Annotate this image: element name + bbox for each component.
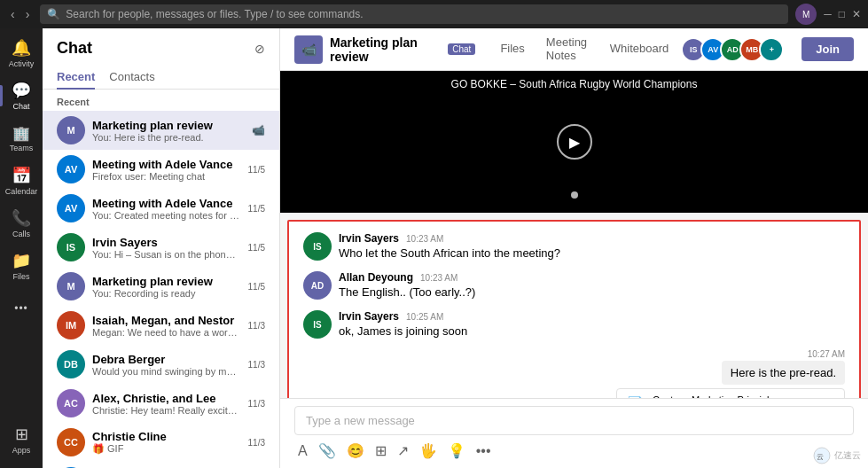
chat-preview: Firefox user: Meeting chat	[92, 171, 241, 182]
chat-date: 11/3	[248, 360, 265, 370]
msg-time: 10:27 AM	[808, 349, 845, 359]
attach-button[interactable]: 📎	[317, 441, 338, 461]
avatar: M	[57, 272, 85, 300]
chat-item-alex[interactable]: AC Alex, Christie, and Lee Christie: Hey…	[43, 384, 279, 423]
filter-icon[interactable]: ⊘	[254, 42, 265, 56]
chat-preview: You: Here is the pre-read.	[92, 132, 245, 143]
sidebar-title: Chat	[57, 39, 247, 58]
calls-icon: 📞	[12, 208, 31, 228]
chat-name: Marketing plan review	[92, 119, 245, 132]
input-placeholder: Type a new message	[306, 414, 415, 427]
chat-item-christie[interactable]: CC Christie Cline 🎁 GIF 11/3	[43, 423, 279, 462]
chat-info: Christie Cline 🎁 GIF	[92, 430, 241, 455]
close-icon[interactable]: ✕	[852, 8, 861, 20]
search-placeholder: Search for people, messages or files. Ty…	[66, 8, 363, 20]
message: IS Irvin Sayers 10:23 AM Who let the Sou…	[303, 232, 845, 261]
format-button[interactable]: A	[296, 441, 309, 461]
giphy-button[interactable]: ⊞	[373, 441, 388, 461]
svg-text:云: 云	[817, 453, 824, 461]
tab-contacts[interactable]: Contacts	[109, 65, 154, 89]
apps-label: Apps	[12, 446, 31, 455]
tab-meeting-notes[interactable]: Meeting Notes	[536, 28, 599, 71]
avatar: AV	[57, 194, 85, 222]
chat-date: 11/3	[248, 399, 265, 409]
chat-item-irvin1[interactable]: IS Irvin Sayers You: Hi – Susan is on th…	[43, 228, 279, 267]
chat-meta: 11/3	[248, 438, 265, 448]
share-button[interactable]: ↗	[395, 441, 411, 461]
back-button[interactable]: ‹	[7, 5, 19, 23]
more-icon: •••	[14, 302, 28, 315]
chat-item-debra[interactable]: DB Debra Berger Would you mind swinging …	[43, 345, 279, 384]
chat-item-isaiah[interactable]: IM Isaiah, Megan, and Nestor Megan: We n…	[43, 306, 279, 345]
avatar: IS	[303, 232, 332, 261]
chat-preview: You: Created meeting notes for this meet…	[92, 210, 241, 221]
more-options-button[interactable]: •••	[474, 441, 493, 461]
teams-label: Teams	[10, 144, 34, 152]
raise-hand-button[interactable]: 🖐	[418, 441, 439, 461]
sidebar-item-calendar[interactable]: 📅 Calendar	[0, 160, 43, 202]
msg-bubble-text: Here is the pre-read.	[731, 366, 836, 379]
chat-item-marketing-plan[interactable]: M Marketing plan review You: Here is the…	[43, 111, 279, 150]
avatar: M	[57, 116, 85, 144]
avatar: AV	[57, 155, 85, 183]
minimize-icon[interactable]: ─	[824, 8, 832, 20]
message-input[interactable]: Type a new message	[294, 406, 854, 435]
input-area: Type a new message A 📎 😊 ⊞ ↗ 🖐 💡 •••	[280, 398, 868, 468]
chat-item-adele1[interactable]: AV Meeting with Adele Vance Firefox user…	[43, 150, 279, 189]
meeting-title: Marketing plan review	[330, 35, 441, 64]
chat-meta: 11/5	[248, 165, 265, 175]
sidebar-item-more[interactable]: •••	[0, 287, 43, 330]
header-avatars: IS AV AD MB +	[686, 37, 784, 62]
tab-whiteboard[interactable]: Whiteboard	[599, 28, 679, 71]
chat-preview: You: Hi – Susan is on the phone. Needs t…	[92, 249, 241, 260]
msg-content: Allan Deyoung 10:23 AM The English.. (To…	[339, 271, 845, 299]
sidebar-item-activity[interactable]: 🔔 Activity	[0, 32, 43, 74]
join-button[interactable]: Join	[802, 37, 854, 61]
forward-button[interactable]: ›	[22, 5, 34, 23]
sidebar-tabs: Recent Contacts	[43, 65, 279, 90]
chat-date: 11/5	[248, 282, 265, 292]
chat-item-adele2[interactable]: AV Meeting with Adele Vance You: Created…	[43, 189, 279, 228]
tab-files[interactable]: Files	[489, 28, 535, 71]
tab-recent[interactable]: Recent	[57, 65, 95, 89]
chat-info: Marketing plan review You: Here is the p…	[92, 119, 245, 143]
msg-header: Irvin Sayers 10:23 AM	[339, 232, 845, 245]
recent-label: Recent	[43, 90, 279, 111]
loop-button[interactable]: 💡	[446, 441, 467, 461]
sidebar-item-chat[interactable]: 💬 Chat	[0, 74, 43, 117]
chat-item-marketing2[interactable]: M Marketing plan review You: Recording i…	[43, 267, 279, 306]
calls-label: Calls	[12, 230, 30, 238]
play-button[interactable]: ▶	[557, 124, 592, 160]
header-tabs: Files Meeting Notes Whiteboard	[489, 28, 679, 71]
messages-section: IS Irvin Sayers 10:23 AM Who let the Sou…	[287, 220, 861, 398]
msg-header: Allan Deyoung 10:23 AM	[339, 271, 845, 284]
chat-date: 11/5	[248, 243, 265, 253]
sidebar-item-files[interactable]: 📁 Files	[0, 245, 43, 287]
sidebar-item-teams[interactable]: 🏢 Teams	[0, 117, 43, 160]
search-bar[interactable]: 🔍 Search for people, messages or files. …	[40, 4, 788, 24]
chat-label: Chat	[12, 102, 29, 111]
chat-preview: Megan: We need to have a working session…	[92, 327, 241, 338]
msg-bubble: Here is the pre-read.	[722, 361, 845, 385]
msg-header: Irvin Sayers 10:25 AM	[339, 310, 845, 323]
msg-text: ok, James is joining soon	[339, 324, 845, 338]
nav-controls[interactable]: ‹ ›	[7, 5, 33, 23]
sidebar-item-apps[interactable]: ⊞ Apps	[0, 418, 43, 461]
attachment[interactable]: 📄 Contoso Marketing Principles.p... pers…	[616, 388, 845, 398]
message: IS Irvin Sayers 10:25 AM ok, James is jo…	[303, 310, 845, 339]
maximize-icon[interactable]: □	[839, 8, 845, 20]
sidebar-item-calls[interactable]: 📞 Calls	[0, 202, 43, 245]
chat-item-megan[interactable]: MB Megan Bowen Hi Adele! Do you have som…	[43, 462, 279, 468]
chat-meta: 11/5	[248, 204, 265, 214]
watermark-text: 亿速云	[834, 449, 861, 462]
video-icon: 📹	[252, 124, 265, 136]
user-avatar[interactable]: M	[795, 4, 817, 25]
chat-meta: 11/3	[248, 321, 265, 331]
chat-name: Meeting with Adele Vance	[92, 197, 241, 210]
avatar: IM	[57, 311, 85, 339]
avatar: CC	[57, 428, 85, 456]
title-bar: ‹ › 🔍 Search for people, messages or fil…	[0, 0, 868, 28]
emoji-button[interactable]: 😊	[345, 441, 366, 461]
avatar: AD	[303, 271, 332, 300]
msg-time: 10:23 AM	[406, 234, 443, 244]
